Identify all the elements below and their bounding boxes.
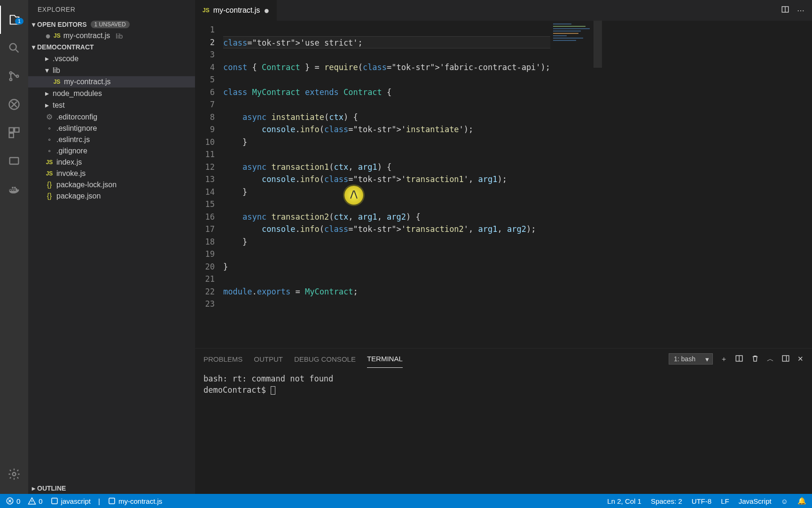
outline-header[interactable]: ▸ OUTLINE: [28, 483, 195, 494]
extensions-icon[interactable]: [0, 119, 28, 147]
panel-tab-output[interactable]: OUTPUT: [254, 350, 283, 368]
maximize-panel-icon[interactable]: ︿: [767, 355, 774, 364]
tab-bar: JS my-contract.js ● ⋯: [195, 0, 812, 21]
feedback-icon[interactable]: ☺: [781, 497, 788, 505]
workspace-header[interactable]: ▾ DEMOCONTRACT: [28, 41, 195, 53]
terminal-selector[interactable]: 1: bash: [669, 353, 713, 365]
activity-bar: 1: [0, 0, 28, 494]
tree-item[interactable]: ◦.eslintignore: [28, 123, 195, 134]
chevron-down-icon: ▾: [32, 43, 35, 51]
gear-icon: ⚙: [45, 112, 54, 121]
svg-point-2: [10, 79, 12, 81]
status-file[interactable]: my-contract.js: [108, 497, 162, 505]
status-eol[interactable]: LF: [721, 497, 729, 505]
js-icon: JS: [45, 159, 54, 166]
tree-item[interactable]: JSmy-contract.js: [28, 76, 195, 87]
svg-point-0: [10, 44, 16, 50]
chevron-down-icon: ▾: [45, 66, 49, 75]
split-terminal-icon[interactable]: [735, 354, 743, 364]
status-bar: 0 0 javascript | my-contract.js Ln 2, Co…: [0, 494, 812, 508]
tree-item[interactable]: ◦.eslintrc.js: [28, 134, 195, 145]
chevron-right-icon: ▸: [45, 101, 49, 110]
svg-point-9: [13, 473, 16, 476]
tree-item-label: .vscode: [53, 55, 78, 63]
js-icon: JS: [54, 32, 61, 39]
tree-item-label: .gitignore: [56, 147, 87, 155]
open-editors-label: OPEN EDITORS: [37, 21, 87, 28]
search-icon[interactable]: [0, 34, 28, 62]
minimap-slider[interactable]: [593, 21, 602, 68]
sidebar: EXPLORER ▾ OPEN EDITORS 1 UNSAVED ● JS m…: [28, 0, 195, 494]
js-icon: JS: [203, 7, 210, 14]
tree-item[interactable]: ◦.gitignore: [28, 145, 195, 157]
panel-tabs: PROBLEMSOUTPUTDEBUG CONSOLETERMINAL 1: b…: [195, 349, 812, 369]
more-icon[interactable]: ⋯: [797, 6, 804, 15]
chevron-right-icon: ▸: [32, 484, 35, 492]
notifications-icon[interactable]: 🔔: [797, 497, 806, 505]
debug-icon[interactable]: [0, 90, 28, 119]
open-editor-name: my-contract.js: [63, 32, 110, 40]
svg-rect-8: [10, 158, 19, 164]
status-errors[interactable]: 0: [6, 497, 20, 505]
tree-item-label: my-contract.js: [64, 78, 111, 86]
status-lang-server[interactable]: javascript: [50, 497, 91, 505]
settings-icon[interactable]: [0, 460, 28, 488]
tree-item[interactable]: JSindex.js: [28, 157, 195, 168]
file-tree: ▸.vscode ▾lib JSmy-contract.js ▸node_mod…: [28, 53, 195, 202]
activity-badge: 1: [15, 18, 23, 24]
panel-tab-debug-console[interactable]: DEBUG CONSOLE: [294, 350, 356, 368]
tree-item-label: node_modules: [53, 89, 102, 98]
open-editor-item[interactable]: ● JS my-contract.js lib: [28, 30, 195, 41]
svg-rect-5: [9, 128, 14, 132]
svg-rect-12: [782, 356, 789, 361]
code-content[interactable]: class="tok-str">'use strict'; const { Co…: [223, 21, 550, 348]
tree-item[interactable]: {}package.json: [28, 190, 195, 202]
status-cursor[interactable]: Ln 2, Col 1: [607, 497, 641, 505]
source-control-icon[interactable]: [0, 62, 28, 90]
chevron-right-icon: ▸: [45, 89, 49, 98]
bottom-panel: PROBLEMSOUTPUTDEBUG CONSOLETERMINAL 1: b…: [195, 348, 812, 494]
file-icon: ◦: [45, 147, 54, 155]
split-editor-icon[interactable]: [781, 5, 789, 16]
minimap[interactable]: [550, 21, 602, 348]
status-language[interactable]: JavaScript: [739, 497, 772, 505]
svg-rect-6: [15, 128, 19, 132]
tree-item[interactable]: ▸node_modules: [28, 87, 195, 99]
open-editors-header[interactable]: ▾ OPEN EDITORS 1 UNSAVED: [28, 19, 195, 30]
close-panel-icon[interactable]: ✕: [797, 355, 804, 363]
tree-item-label: invoke.js: [56, 169, 86, 178]
kill-terminal-icon[interactable]: [751, 354, 759, 364]
json-icon: {}: [45, 192, 54, 200]
docker-icon[interactable]: [0, 175, 28, 203]
panel-tab-problems[interactable]: PROBLEMS: [203, 350, 242, 368]
svg-rect-15: [109, 498, 115, 504]
svg-rect-7: [9, 133, 14, 137]
explorer-icon[interactable]: [0, 6, 28, 34]
toggle-panel-icon[interactable]: [781, 354, 790, 364]
tree-item[interactable]: ▸.vscode: [28, 53, 195, 64]
panel-tab-terminal[interactable]: TERMINAL: [367, 350, 403, 368]
tree-item[interactable]: JSinvoke.js: [28, 168, 195, 179]
tree-item[interactable]: ▾lib: [28, 64, 195, 76]
sidebar-title: EXPLORER: [28, 0, 195, 19]
ext-icon-1[interactable]: [0, 147, 28, 175]
file-icon: ◦: [45, 135, 54, 144]
terminal-output[interactable]: bash: rt: command not founddemoContract$: [195, 369, 812, 399]
js-icon: JS: [45, 170, 54, 177]
svg-point-3: [16, 75, 19, 78]
tree-item[interactable]: {}package-lock.json: [28, 179, 195, 190]
editor-body[interactable]: 1234567891011121314151617181920212223 cl…: [195, 21, 812, 348]
tree-item[interactable]: ⚙.editorconfig: [28, 111, 195, 123]
status-warnings[interactable]: 0: [28, 497, 42, 505]
tree-item[interactable]: ▸test: [28, 99, 195, 111]
outline-label: OUTLINE: [37, 484, 66, 492]
modified-dot-icon: ●: [45, 33, 51, 38]
new-terminal-icon[interactable]: ＋: [720, 355, 727, 364]
tree-item-label: package-lock.json: [56, 181, 117, 189]
status-encoding[interactable]: UTF-8: [692, 497, 712, 505]
editor-area: JS my-contract.js ● ⋯ 123456789101112131…: [195, 0, 812, 494]
status-indent[interactable]: Spaces: 2: [651, 497, 682, 505]
tab-my-contract[interactable]: JS my-contract.js ●: [195, 0, 277, 21]
svg-point-1: [10, 72, 12, 74]
open-editor-dir: lib: [116, 32, 123, 40]
